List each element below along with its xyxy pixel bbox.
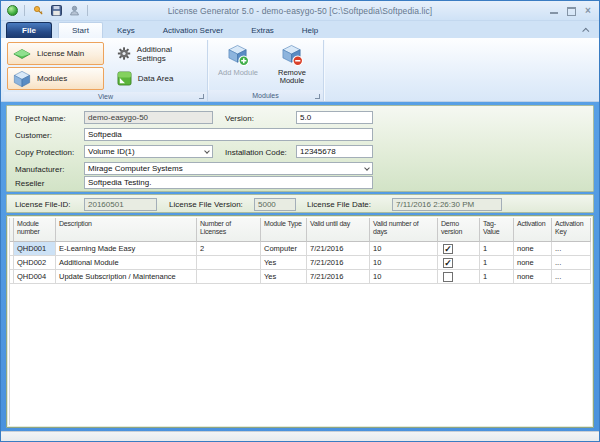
cell-module-number[interactable]: QHD002 (14, 256, 56, 270)
license-main-label: License Main (37, 49, 84, 58)
cell-tag-value[interactable]: 1 (480, 242, 514, 256)
copy-protection-select[interactable]: Volume ID(1) (84, 145, 213, 158)
cell-module-type[interactable]: Computer (261, 242, 307, 256)
cell-activation-key[interactable]: ... (552, 242, 591, 256)
table-row: QHD002 Additional Module Yes 7/21/2016 1… (10, 256, 591, 270)
cell-module-type[interactable]: Yes (261, 256, 307, 270)
tab-extras[interactable]: Extras (237, 22, 288, 38)
cell-valid-number-of-days[interactable]: 10 (370, 242, 438, 256)
copy-protection-label: Copy Protection: (15, 148, 74, 157)
license-main-icon (13, 48, 31, 60)
cell-module-number[interactable]: QHD004 (14, 270, 56, 284)
modules-button[interactable]: Modules (7, 67, 104, 90)
col-valid-number-of-days[interactable]: Valid number of days (370, 218, 438, 242)
customer-label: Customer: (15, 131, 52, 140)
cell-number-of-licenses[interactable] (197, 256, 261, 270)
cell-tag-value[interactable]: 1 (480, 270, 514, 284)
col-number-of-licenses[interactable]: Number of Licenses (197, 218, 261, 242)
cell-module-number[interactable]: QHD001 (14, 242, 56, 256)
ribbon-group-modules: Add Module Remove Module Modules (208, 40, 324, 101)
tab-keys[interactable]: Keys (103, 22, 149, 38)
col-valid-until-day[interactable]: Valid until day (307, 218, 370, 242)
tab-file[interactable]: File (6, 22, 52, 38)
cell-module-type[interactable]: Yes (261, 270, 307, 284)
col-activation[interactable]: Activation (514, 218, 552, 242)
close-button[interactable]: × (583, 6, 593, 15)
tab-help[interactable]: Help (288, 22, 332, 38)
cell-valid-until-day[interactable]: 7/21/2016 (307, 256, 370, 270)
table-row: QHD004 Update Subscription / Maintenance… (10, 270, 591, 284)
version-label: Version: (225, 114, 254, 123)
col-demo-version[interactable]: Demo version (438, 218, 480, 242)
reseller-field[interactable]: Softpedia Testing. (84, 176, 373, 189)
chevron-down-icon (364, 165, 370, 171)
customer-field[interactable]: Softpedia (84, 128, 373, 141)
add-module-label: Add Module (218, 69, 258, 77)
manufacturer-select[interactable]: Mirage Computer Systems (84, 162, 373, 175)
col-activation-key[interactable]: Activation Key (552, 218, 591, 242)
cell-activation[interactable]: none (514, 270, 552, 284)
remove-module-label: Remove Module (265, 69, 319, 85)
installation-code-field[interactable]: 12345678 (296, 145, 373, 158)
additional-settings-label: Additional Settings (137, 45, 199, 63)
cell-valid-number-of-days[interactable]: 10 (370, 270, 438, 284)
installation-code-label: Installation Code: (225, 148, 287, 157)
cell-valid-until-day[interactable]: 7/21/2016 (307, 242, 370, 256)
demo-version-checkbox[interactable]: ✓ (443, 244, 453, 254)
license-main-button[interactable]: License Main (7, 42, 104, 65)
data-area-label: Data Area (138, 74, 174, 83)
ribbon-group-view: License Main Modules (4, 40, 208, 101)
cell-valid-number-of-days[interactable]: 10 (370, 256, 438, 270)
license-form-panel: Project Name: demo-easygo-50 Version: 5.… (6, 105, 594, 192)
dialog-launcher-icon[interactable] (315, 94, 320, 99)
modules-grid: Module number Description Number of Lice… (9, 218, 591, 425)
chevron-down-icon (204, 148, 210, 154)
license-file-version-label: License File Version: (169, 200, 243, 209)
demo-version-checkbox[interactable]: ✓ (443, 258, 453, 268)
ribbon: License Main Modules (1, 38, 599, 102)
chevron-up-icon (582, 27, 589, 34)
cell-activation[interactable]: none (514, 256, 552, 270)
status-bar (1, 431, 599, 441)
ribbon-collapse-button[interactable] (580, 24, 592, 36)
grid-header-row: Module number Description Number of Lice… (10, 218, 591, 242)
license-file-date-label: License File Date: (307, 200, 371, 209)
tab-activation-server[interactable]: Activation Server (149, 22, 237, 38)
license-file-id-label: License File-ID: (15, 200, 71, 209)
col-tag-value[interactable]: Tag-Value (480, 218, 514, 242)
cell-description[interactable]: Additional Module (56, 256, 197, 270)
tab-start[interactable]: Start (58, 22, 103, 38)
titlebar: License Generator 5.0 - demo-easygo-50 [… (1, 1, 599, 21)
cell-description[interactable]: Update Subscription / Maintenance (56, 270, 197, 284)
col-module-number[interactable]: Module number (14, 218, 56, 242)
cell-description[interactable]: E-Learning Made Easy (56, 242, 197, 256)
version-field[interactable]: 5.0 (296, 111, 373, 124)
cell-activation-key[interactable]: ... (552, 270, 591, 284)
client-area: Project Name: demo-easygo-50 Version: 5.… (1, 102, 599, 430)
cell-tag-value[interactable]: 1 (480, 256, 514, 270)
cell-valid-until-day[interactable]: 7/21/2016 (307, 270, 370, 284)
cell-number-of-licenses[interactable] (197, 270, 261, 284)
additional-settings-button[interactable]: Additional Settings (112, 42, 204, 65)
manufacturer-label: Manufacturer: (15, 165, 64, 174)
dialog-launcher-icon[interactable] (199, 94, 204, 99)
window-title: License Generator 5.0 - demo-easygo-50 [… (1, 6, 599, 16)
table-row: QHD001 E-Learning Made Easy 2 Computer 7… (10, 242, 591, 256)
grid-empty-area (10, 284, 591, 425)
window-controls: × (549, 6, 593, 15)
modules-grid-panel: Module number Description Number of Lice… (6, 215, 594, 428)
cell-activation-key[interactable]: ... (552, 256, 591, 270)
ribbon-tab-row: File Start Keys Activation Server Extras… (1, 21, 599, 38)
cell-demo-version: ✓ (438, 242, 480, 256)
license-file-version-field: 5000 (254, 198, 296, 211)
col-description[interactable]: Description (56, 218, 197, 242)
maximize-button[interactable] (566, 6, 576, 15)
col-module-type[interactable]: Module Type (261, 218, 307, 242)
demo-version-checkbox[interactable] (443, 272, 453, 282)
cell-activation[interactable]: none (514, 242, 552, 256)
remove-module-button[interactable]: Remove Module (265, 42, 319, 88)
minimize-button[interactable] (549, 6, 559, 15)
cell-number-of-licenses[interactable]: 2 (197, 242, 261, 256)
data-area-button[interactable]: Data Area (112, 67, 204, 90)
cell-demo-version: ✓ (438, 256, 480, 270)
